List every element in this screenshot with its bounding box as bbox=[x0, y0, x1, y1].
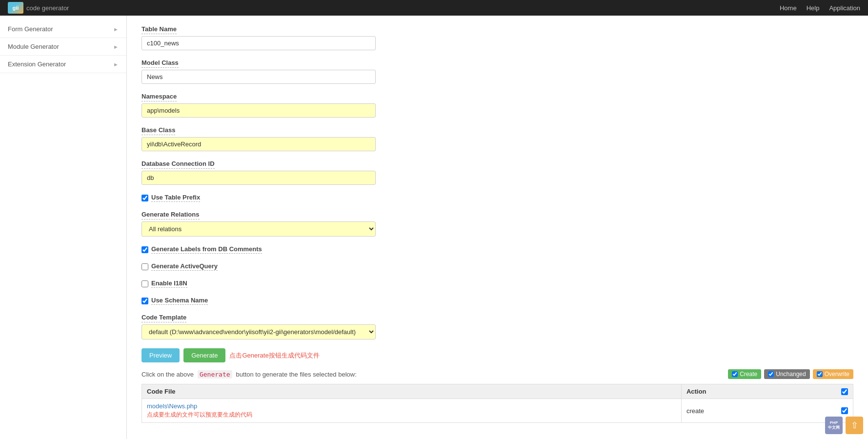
base-class-input[interactable] bbox=[141, 137, 376, 151]
action-all-checkbox[interactable] bbox=[841, 388, 848, 395]
nav-links: Home Help Application bbox=[780, 4, 860, 12]
brand-title: code generator bbox=[26, 4, 69, 12]
table-row: models\News.php 点成要生成的文件可以预览要生成的代码 creat… bbox=[142, 399, 853, 423]
db-connection-group: Database Connection ID bbox=[141, 160, 853, 185]
preview-button[interactable]: Preview bbox=[141, 348, 180, 362]
info-generate-code: Generate bbox=[198, 370, 232, 379]
code-template-select[interactable]: default (D:\www\advanced\vendor\yiisoft\… bbox=[141, 324, 376, 339]
badge-create-checkbox[interactable] bbox=[732, 371, 738, 377]
generate-relations-label: Generate Relations bbox=[141, 211, 200, 220]
generate-labels-checkbox[interactable] bbox=[141, 246, 148, 253]
sidebar-item-form-generator[interactable]: Form Generator ► bbox=[0, 20, 126, 38]
generate-activequery-group: Generate ActiveQuery bbox=[141, 262, 853, 271]
enable-i18n-checkbox[interactable] bbox=[141, 280, 148, 287]
badge-create: Create bbox=[728, 369, 761, 379]
namespace-input[interactable] bbox=[141, 103, 376, 118]
generate-relations-group: Generate Relations All relations bbox=[141, 211, 853, 237]
use-table-prefix-checkbox[interactable] bbox=[141, 195, 148, 201]
use-table-prefix-label: Use Table Prefix bbox=[151, 194, 200, 202]
sidebar-item-module-generator[interactable]: Module Generator ► bbox=[0, 38, 126, 56]
table-header-code-file: Code File bbox=[142, 384, 682, 399]
bottom-icons: PHP中文网 ⇧ bbox=[825, 417, 863, 434]
sidebar-item-label: Extension Generator bbox=[8, 60, 66, 68]
model-class-group: Model Class bbox=[141, 59, 853, 84]
file-table: Code File Action models\News.php 点成要生成的文… bbox=[141, 384, 853, 423]
file-hint: 点成要生成的文件可以预览要生成的代码 bbox=[147, 411, 676, 419]
file-link[interactable]: models\News.php bbox=[147, 402, 197, 410]
use-table-prefix-group: Use Table Prefix bbox=[141, 194, 853, 202]
generate-hint: 点击Generate按钮生成代码文件 bbox=[229, 351, 319, 360]
namespace-group: Namespace bbox=[141, 93, 853, 118]
db-connection-label: Database Connection ID bbox=[141, 160, 215, 169]
sidebar-item-label: Form Generator bbox=[8, 25, 53, 33]
badge-overwrite-label: Overwrite bbox=[825, 371, 849, 378]
info-prefix: Click on the above bbox=[141, 371, 194, 378]
action-value: create bbox=[686, 407, 704, 415]
nav-application[interactable]: Application bbox=[829, 4, 860, 12]
action-buttons: Preview Generate 点击Generate按钮生成代码文件 bbox=[141, 348, 853, 362]
php-label: PHP中文网 bbox=[828, 420, 840, 430]
badge-overwrite-checkbox[interactable] bbox=[817, 371, 823, 377]
scroll-top-icon[interactable]: ⇧ bbox=[846, 417, 863, 434]
generate-activequery-label: Generate ActiveQuery bbox=[151, 262, 218, 271]
generate-activequery-checkbox[interactable] bbox=[141, 263, 148, 270]
arrow-up-icon: ⇧ bbox=[851, 420, 858, 431]
info-suffix: button to generate the files selected be… bbox=[236, 371, 357, 378]
table-header-action: Action bbox=[681, 384, 853, 399]
chevron-right-icon: ► bbox=[113, 44, 119, 50]
namespace-label: Namespace bbox=[141, 93, 177, 101]
table-name-group: Table Name bbox=[141, 25, 853, 50]
topnav: gii code generator Home Help Application bbox=[0, 0, 868, 16]
model-class-label: Model Class bbox=[141, 59, 179, 68]
nav-help[interactable]: Help bbox=[807, 4, 820, 12]
chevron-right-icon: ► bbox=[113, 26, 119, 32]
base-class-label: Base Class bbox=[141, 126, 175, 135]
sidebar-item-label: Module Generator bbox=[8, 43, 59, 50]
badge-overwrite: Overwrite bbox=[813, 369, 853, 379]
db-connection-input[interactable] bbox=[141, 171, 376, 185]
base-class-group: Base Class bbox=[141, 126, 853, 151]
model-class-input[interactable] bbox=[141, 70, 376, 84]
use-schema-name-group: Use Schema Name bbox=[141, 297, 853, 305]
logo: gii bbox=[8, 2, 23, 14]
generate-labels-label: Generate Labels from DB Comments bbox=[151, 245, 262, 254]
use-schema-name-label: Use Schema Name bbox=[151, 297, 208, 305]
row-checkbox[interactable] bbox=[841, 407, 848, 414]
generate-labels-group: Generate Labels from DB Comments bbox=[141, 245, 853, 254]
enable-i18n-label: Enable I18N bbox=[151, 279, 187, 288]
legend-badges: Create Unchanged Overwrite bbox=[728, 369, 853, 379]
main-content: Table Name Model Class Namespace Base Cl… bbox=[127, 16, 868, 439]
brand: gii code generator bbox=[8, 2, 69, 14]
use-schema-name-checkbox[interactable] bbox=[141, 298, 148, 304]
nav-home[interactable]: Home bbox=[780, 4, 797, 12]
action-label: Action bbox=[686, 388, 706, 395]
file-cell: models\News.php 点成要生成的文件可以预览要生成的代码 bbox=[142, 399, 682, 423]
sidebar-item-extension-generator[interactable]: Extension Generator ► bbox=[0, 56, 126, 73]
badge-unchanged-label: Unchanged bbox=[776, 371, 806, 378]
code-template-label: Code Template bbox=[141, 314, 186, 322]
generate-button[interactable]: Generate bbox=[183, 348, 225, 362]
chevron-right-icon: ► bbox=[113, 61, 119, 67]
table-name-input[interactable] bbox=[141, 36, 376, 50]
code-template-group: Code Template default (D:\www\advanced\v… bbox=[141, 314, 853, 339]
badge-create-label: Create bbox=[740, 371, 757, 378]
badge-unchanged: Unchanged bbox=[764, 369, 809, 379]
sidebar: Form Generator ► Module Generator ► Exte… bbox=[0, 16, 127, 439]
generate-relations-select[interactable]: All relations bbox=[141, 221, 376, 237]
table-name-label: Table Name bbox=[141, 25, 177, 34]
enable-i18n-group: Enable I18N bbox=[141, 279, 853, 288]
php-icon[interactable]: PHP中文网 bbox=[825, 417, 843, 434]
badge-unchanged-checkbox[interactable] bbox=[768, 371, 774, 377]
info-row: Click on the above Generate button to ge… bbox=[141, 369, 853, 379]
